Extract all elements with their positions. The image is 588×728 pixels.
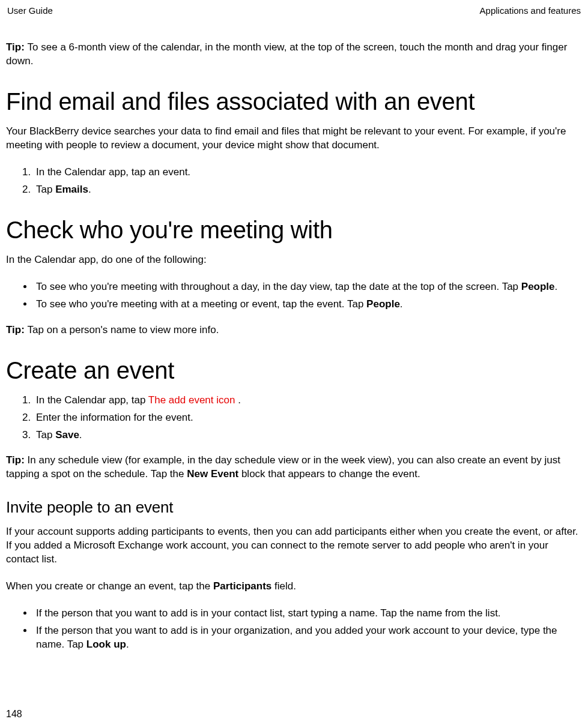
ui-label-participants: Participants	[213, 580, 271, 592]
tip-label: Tip:	[6, 324, 28, 335]
section1-steps: In the Calendar app, tap an event. Tap E…	[6, 166, 582, 197]
ui-label-look-up: Look up	[86, 639, 126, 650]
section3-steps: In the Calendar app, tap The add event i…	[6, 394, 582, 442]
header-right: Applications and features	[480, 5, 581, 17]
header-left: User Guide	[7, 5, 53, 17]
step-text: Enter the information for the event.	[36, 412, 193, 423]
step-item: In the Calendar app, tap an event.	[34, 166, 582, 179]
heading-create-event: Create an event	[6, 354, 582, 387]
ui-label-new-event: New Event	[187, 468, 238, 480]
section4-line: When you create or change an event, tap …	[6, 580, 582, 594]
step-text: Tap	[36, 429, 55, 441]
step-text: .	[79, 429, 82, 441]
add-event-icon-placeholder: The add event icon	[148, 394, 235, 406]
line-text: When you create or change an event, tap …	[6, 580, 213, 592]
section4-bullets: If the person that you want to add is in…	[6, 607, 582, 652]
bullet-text: .	[555, 281, 558, 292]
ui-label-people: People	[521, 281, 555, 292]
step-item: Tap Save.	[34, 429, 582, 442]
bullet-text: .	[400, 298, 403, 310]
bullet-text: To see who you're meeting with at a meet…	[36, 298, 366, 310]
tip-paragraph: Tip: In any schedule view (for example, …	[6, 454, 582, 481]
bullet-text: If the person that you want to add is in…	[36, 607, 501, 619]
step-text: Tap	[36, 184, 55, 195]
list-item: To see who you're meeting with throughou…	[34, 280, 582, 294]
list-item: If the person that you want to add is in…	[34, 624, 582, 652]
tip-label: Tip:	[6, 454, 28, 466]
page-number: 148	[6, 708, 22, 721]
tip-text: block that appears to change the event.	[238, 468, 420, 480]
ui-label-save: Save	[55, 429, 79, 441]
heading-find-email: Find email and files associated with an …	[6, 85, 582, 118]
step-text: In the Calendar app, tap an event.	[36, 166, 190, 178]
heading-invite-people: Invite people to an event	[6, 497, 582, 518]
section1-intro: Your BlackBerry device searches your dat…	[6, 125, 582, 152]
step-item: In the Calendar app, tap The add event i…	[34, 394, 582, 408]
section4-intro: If your account supports adding particip…	[6, 525, 582, 567]
tip-paragraph: Tip: To see a 6-month view of the calend…	[6, 41, 582, 68]
tip-text: To see a 6-month view of the calendar, i…	[6, 41, 567, 67]
section2-intro: In the Calendar app, do one of the follo…	[6, 253, 582, 267]
running-header: User Guide Applications and features	[6, 5, 582, 17]
step-item: Tap Emails.	[34, 183, 582, 197]
tip-text: Tap on a person's name to view more info…	[28, 324, 219, 335]
tip-paragraph: Tip: Tap on a person's name to view more…	[6, 323, 582, 337]
ui-label-people: People	[366, 298, 400, 310]
list-item: To see who you're meeting with at a meet…	[34, 298, 582, 311]
tip-label: Tip:	[6, 41, 28, 53]
section2-bullets: To see who you're meeting with throughou…	[6, 280, 582, 311]
list-item: If the person that you want to add is in…	[34, 607, 582, 621]
heading-check-meeting: Check who you're meeting with	[6, 214, 582, 246]
step-item: Enter the information for the event.	[34, 411, 582, 425]
step-text: In the Calendar app, tap	[36, 394, 148, 406]
ui-label-emails: Emails	[55, 184, 88, 195]
step-text: .	[235, 394, 240, 406]
bullet-text: .	[126, 639, 129, 650]
document-page: User Guide Applications and features Tip…	[0, 0, 588, 728]
bullet-text: To see who you're meeting with throughou…	[36, 281, 521, 292]
line-text: field.	[271, 580, 296, 592]
step-text: .	[88, 184, 91, 195]
